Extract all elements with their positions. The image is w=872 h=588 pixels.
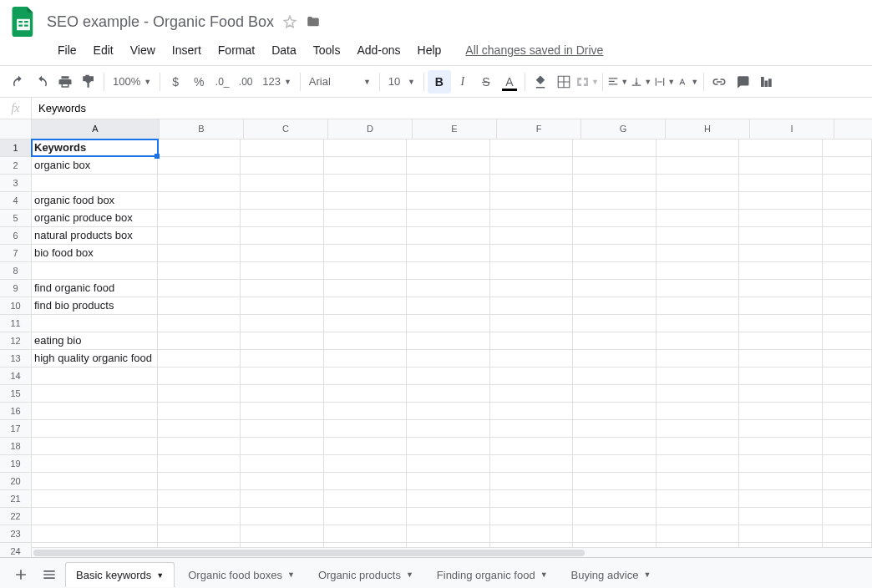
cell-A4[interactable]: organic food box bbox=[32, 192, 158, 209]
menu-file[interactable]: File bbox=[50, 40, 84, 60]
cell-C18[interactable] bbox=[241, 438, 324, 454]
cell-C14[interactable] bbox=[241, 368, 324, 384]
chevron-down-icon[interactable]: ▼ bbox=[406, 570, 413, 579]
cell-E7[interactable] bbox=[407, 245, 490, 261]
cell-I20[interactable] bbox=[739, 473, 823, 489]
menu-format[interactable]: Format bbox=[210, 40, 262, 60]
cell-partial[interactable] bbox=[823, 297, 872, 314]
cell-C17[interactable] bbox=[241, 420, 324, 437]
cell-partial[interactable] bbox=[823, 508, 872, 525]
sheets-logo-icon[interactable] bbox=[8, 7, 38, 37]
cell-I21[interactable] bbox=[739, 490, 823, 507]
cell-I16[interactable] bbox=[739, 403, 823, 419]
cell-B11[interactable] bbox=[158, 315, 241, 332]
undo-button[interactable] bbox=[7, 70, 30, 94]
col-header-G[interactable]: G bbox=[581, 119, 666, 139]
cell-C10[interactable] bbox=[241, 297, 324, 314]
cell-C9[interactable] bbox=[241, 280, 324, 297]
row-header-16[interactable]: 16 bbox=[0, 403, 32, 419]
cell-I11[interactable] bbox=[739, 315, 823, 332]
chevron-down-icon[interactable]: ▼ bbox=[540, 570, 548, 579]
cell-H3[interactable] bbox=[657, 175, 740, 191]
cell-partial[interactable] bbox=[823, 315, 872, 332]
cell-A9[interactable]: find organic food bbox=[32, 280, 158, 297]
insert-link-button[interactable] bbox=[707, 70, 731, 94]
row-header-18[interactable]: 18 bbox=[0, 438, 32, 454]
vertical-align-button[interactable]: ▼ bbox=[630, 70, 653, 94]
cell-G12[interactable] bbox=[573, 332, 657, 349]
cell-D1[interactable] bbox=[324, 139, 408, 156]
menu-insert[interactable]: Insert bbox=[165, 40, 209, 60]
cell-I13[interactable] bbox=[739, 350, 823, 367]
fill-color-button[interactable] bbox=[529, 70, 552, 94]
all-sheets-button[interactable] bbox=[35, 562, 63, 587]
print-button[interactable] bbox=[53, 70, 77, 94]
strikethrough-button[interactable]: S bbox=[474, 70, 498, 94]
cell-E1[interactable] bbox=[407, 139, 490, 156]
cell-E6[interactable] bbox=[407, 227, 490, 244]
cell-G22[interactable] bbox=[573, 508, 657, 525]
cell-partial[interactable] bbox=[823, 332, 872, 349]
cell-A1[interactable]: Keywords bbox=[32, 139, 158, 156]
row-header-2[interactable]: 2 bbox=[0, 157, 32, 174]
row-header-8[interactable]: 8 bbox=[0, 262, 32, 279]
cell-partial[interactable] bbox=[823, 490, 872, 507]
col-header-C[interactable]: C bbox=[244, 119, 328, 139]
cell-F9[interactable] bbox=[490, 280, 574, 297]
number-format-select[interactable]: 123▼ bbox=[257, 73, 297, 90]
cell-G8[interactable] bbox=[573, 262, 657, 279]
menu-tools[interactable]: Tools bbox=[306, 40, 348, 60]
cell-I23[interactable] bbox=[739, 525, 823, 542]
star-icon[interactable] bbox=[282, 14, 297, 29]
spreadsheet-grid[interactable]: ABCDEFGHI 1Keywords2organic box34organic… bbox=[0, 119, 872, 557]
cell-A12[interactable]: eating bio bbox=[32, 332, 158, 349]
cell-A3[interactable] bbox=[32, 175, 158, 191]
cell-C12[interactable] bbox=[241, 332, 324, 349]
cell-A13[interactable]: high quality organic food bbox=[32, 350, 158, 367]
cell-partial[interactable] bbox=[823, 227, 872, 244]
sheet-tab[interactable]: Buying advice▼ bbox=[561, 562, 662, 587]
cell-D4[interactable] bbox=[324, 192, 408, 209]
cell-E13[interactable] bbox=[407, 350, 490, 367]
cell-D17[interactable] bbox=[324, 420, 408, 437]
row-header-19[interactable]: 19 bbox=[0, 455, 32, 472]
cell-I1[interactable] bbox=[739, 139, 823, 156]
cell-D9[interactable] bbox=[324, 280, 408, 297]
cell-A5[interactable]: organic produce box bbox=[32, 210, 158, 226]
cell-B14[interactable] bbox=[158, 368, 241, 384]
decrease-decimal-button[interactable]: .0_ bbox=[210, 70, 234, 94]
cell-A10[interactable]: find bio products bbox=[32, 297, 158, 314]
cell-G5[interactable] bbox=[573, 210, 657, 226]
cell-H10[interactable] bbox=[657, 297, 740, 314]
cell-E15[interactable] bbox=[407, 385, 490, 402]
col-header-E[interactable]: E bbox=[413, 119, 497, 139]
cell-D6[interactable] bbox=[324, 227, 408, 244]
cell-partial[interactable] bbox=[823, 525, 872, 542]
cell-G4[interactable] bbox=[573, 192, 657, 209]
cell-B12[interactable] bbox=[158, 332, 241, 349]
cell-G2[interactable] bbox=[573, 157, 657, 174]
folder-icon[interactable] bbox=[306, 14, 321, 29]
merge-cells-button[interactable]: ▼ bbox=[575, 70, 599, 94]
cell-H11[interactable] bbox=[657, 315, 740, 332]
cell-I15[interactable] bbox=[739, 385, 823, 402]
cell-B10[interactable] bbox=[158, 297, 241, 314]
col-header-H[interactable]: H bbox=[666, 119, 750, 139]
cell-F19[interactable] bbox=[490, 455, 574, 472]
row-header-12[interactable]: 12 bbox=[0, 332, 32, 349]
row-header-3[interactable]: 3 bbox=[0, 175, 32, 191]
cell-H23[interactable] bbox=[657, 525, 740, 542]
cell-C6[interactable] bbox=[241, 227, 324, 244]
cell-F1[interactable] bbox=[490, 139, 574, 156]
row-header-24[interactable]: 24 bbox=[0, 543, 32, 557]
formula-input[interactable] bbox=[32, 98, 872, 119]
cell-B2[interactable] bbox=[158, 157, 241, 174]
row-header-10[interactable]: 10 bbox=[0, 297, 32, 314]
borders-button[interactable] bbox=[552, 70, 575, 94]
cell-I14[interactable] bbox=[739, 368, 823, 384]
cell-F18[interactable] bbox=[490, 438, 574, 454]
col-header-D[interactable]: D bbox=[328, 119, 413, 139]
cell-A7[interactable]: bio food box bbox=[32, 245, 158, 261]
cell-D13[interactable] bbox=[324, 350, 408, 367]
cell-A8[interactable] bbox=[32, 262, 158, 279]
